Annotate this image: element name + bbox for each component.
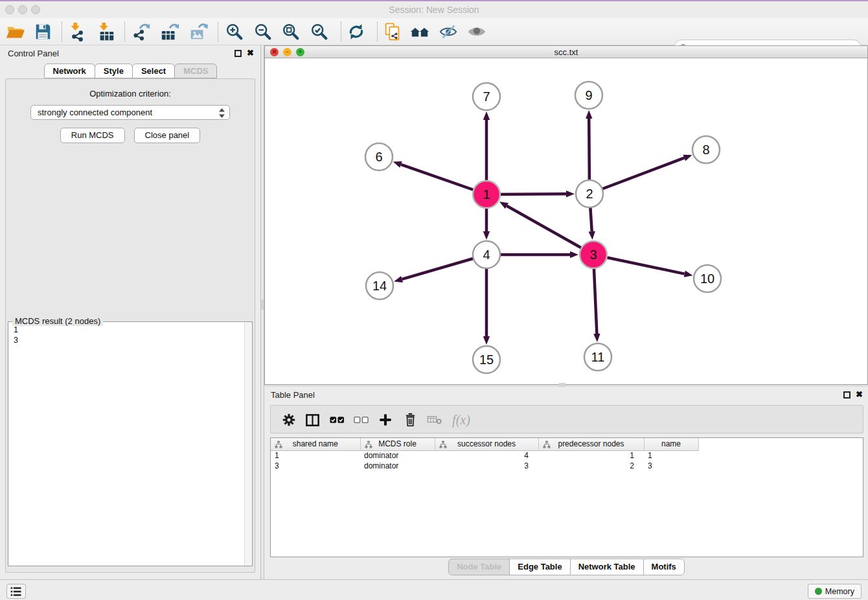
select-all-columns-icon[interactable]	[328, 411, 346, 429]
control-panel: Control Panel ✖ Network Style Select MCD…	[0, 45, 260, 579]
eye-icon[interactable]	[465, 20, 488, 43]
graph-edge-2-8[interactable]	[589, 155, 692, 194]
svg-text:9: 9	[585, 88, 592, 102]
mcds-result-list[interactable]: 1 3	[9, 323, 244, 565]
graph-node-2[interactable]: 2	[576, 180, 603, 207]
mcds-result-line: 3	[14, 335, 244, 345]
graph-node-11[interactable]: 11	[584, 343, 611, 371]
delete-column-icon[interactable]	[401, 411, 419, 429]
status-bar: Memory	[0, 579, 868, 600]
column-view-icon[interactable]	[303, 411, 321, 429]
memory-button[interactable]: Memory	[808, 584, 862, 599]
criterion-dropdown[interactable]: strongly connected component	[30, 105, 230, 120]
graph-node-3[interactable]: 3	[580, 241, 607, 268]
column-header-shared-name[interactable]: shared name	[271, 438, 360, 450]
tab-motifs[interactable]: Motifs	[643, 559, 685, 575]
network-window-titlebar[interactable]: ✕ − + scc.txt	[265, 46, 867, 58]
svg-text:15: 15	[479, 352, 494, 367]
import-network-icon[interactable]	[66, 20, 89, 43]
graph-node-14[interactable]: 14	[366, 272, 393, 299]
table-panel: Table Panel ✖	[264, 387, 868, 579]
import-table-icon[interactable]	[95, 20, 118, 43]
export-network-icon[interactable]	[130, 20, 153, 43]
mcds-result-box: MCDS result (2 nodes) 1 3	[8, 321, 253, 566]
save-icon[interactable]	[31, 20, 54, 43]
table-toolbar: f(x)	[270, 405, 863, 433]
graph-edge-1-6[interactable]	[393, 161, 486, 194]
tab-edge-table[interactable]: Edge Table	[509, 559, 570, 575]
column-header-mcds-role[interactable]: MCDS role	[360, 438, 435, 450]
zoom-fit-icon[interactable]	[279, 20, 303, 43]
svg-text:4: 4	[483, 248, 490, 262]
graph-edge-4-14[interactable]	[394, 255, 486, 283]
mcds-panel-body: Optimization criterion: strongly connect…	[5, 78, 255, 573]
graph-node-15[interactable]: 15	[473, 346, 500, 373]
task-history-button[interactable]	[6, 584, 26, 599]
zoom-out-icon[interactable]	[251, 20, 275, 43]
run-mcds-button[interactable]: Run MCDS	[60, 128, 125, 143]
close-table-panel-icon[interactable]: ✖	[856, 389, 863, 399]
tab-node-table[interactable]: Node Table	[448, 559, 510, 575]
float-panel-icon[interactable]	[234, 50, 242, 57]
deselect-all-columns-icon[interactable]	[352, 411, 370, 429]
tab-network[interactable]: Network	[44, 63, 95, 78]
tab-style[interactable]: Style	[95, 63, 133, 78]
network-document-icon[interactable]	[381, 20, 404, 43]
node-table[interactable]: shared name MCDS role successor nodes pr…	[270, 437, 863, 557]
sitemap-icon	[365, 441, 372, 450]
main-toolbar	[0, 18, 868, 45]
svg-text:10: 10	[700, 271, 714, 286]
table-header-row: shared name MCDS role successor nodes pr…	[271, 438, 698, 450]
svg-text:6: 6	[375, 150, 382, 164]
svg-text:7: 7	[483, 89, 490, 104]
table-panel-title: Table Panel	[271, 390, 315, 400]
criterion-dropdown-value: strongly connected component	[38, 108, 152, 117]
svg-text:3: 3	[589, 248, 597, 262]
table-tabs: Node Table Edge Table Network Table Moti…	[264, 557, 868, 576]
graph-edge-3-10[interactable]	[593, 255, 692, 277]
app-title: Session: New Session	[0, 5, 868, 15]
memory-label: Memory	[825, 587, 854, 596]
network-view-title: scc.txt	[265, 47, 867, 57]
column-header-successor-nodes[interactable]: successor nodes	[435, 438, 538, 450]
graph-edge-3-1[interactable]	[499, 202, 593, 255]
table-settings-gear-icon[interactable]	[280, 411, 298, 429]
network-canvas[interactable]: 7968124314101511	[265, 58, 867, 384]
delete-table-icon-disabled	[426, 411, 444, 429]
export-table-icon[interactable]	[158, 20, 181, 43]
zoom-in-icon[interactable]	[223, 20, 246, 43]
network-graph[interactable]: 7968124314101511	[265, 58, 867, 384]
column-header-predecessor-nodes[interactable]: predecessor nodes	[538, 438, 644, 450]
graph-node-8[interactable]: 8	[692, 136, 720, 163]
application-window: Session: New Session	[0, 0, 868, 600]
eye-slash-icon[interactable]	[437, 20, 460, 43]
add-column-icon[interactable]	[376, 411, 394, 429]
table-row[interactable]: 3 dominator 3 2 3	[271, 461, 698, 471]
tab-select[interactable]: Select	[132, 63, 175, 78]
graph-node-7[interactable]: 7	[473, 83, 500, 110]
column-header-name[interactable]: name	[644, 438, 698, 450]
refresh-icon[interactable]	[345, 20, 368, 43]
svg-text:11: 11	[591, 350, 605, 364]
graph-node-1[interactable]: 1	[473, 181, 500, 208]
export-image-icon[interactable]	[187, 20, 210, 43]
float-table-panel-icon[interactable]	[843, 391, 851, 398]
zoom-selected-icon[interactable]	[308, 20, 331, 43]
close-panel-icon[interactable]: ✖	[247, 48, 254, 58]
sitemap-icon	[275, 441, 282, 450]
folder-open-icon[interactable]	[4, 20, 27, 43]
table-row[interactable]: 1 dominator 4 1 1	[271, 450, 698, 461]
svg-text:2: 2	[586, 187, 593, 201]
close-panel-button[interactable]: Close panel	[134, 128, 201, 143]
result-scrollbar[interactable]	[244, 322, 252, 566]
houses-icon[interactable]	[408, 20, 431, 43]
graph-node-4[interactable]: 4	[473, 241, 500, 268]
tab-mcds[interactable]: MCDS	[174, 63, 217, 78]
graph-node-6[interactable]: 6	[365, 143, 393, 170]
svg-text:1: 1	[483, 187, 490, 202]
control-panel-title: Control Panel	[8, 49, 59, 58]
tab-network-table[interactable]: Network Table	[570, 559, 644, 575]
dropdown-stepper-icon	[218, 108, 225, 118]
graph-node-10[interactable]: 10	[694, 265, 721, 292]
graph-node-9[interactable]: 9	[575, 82, 602, 109]
